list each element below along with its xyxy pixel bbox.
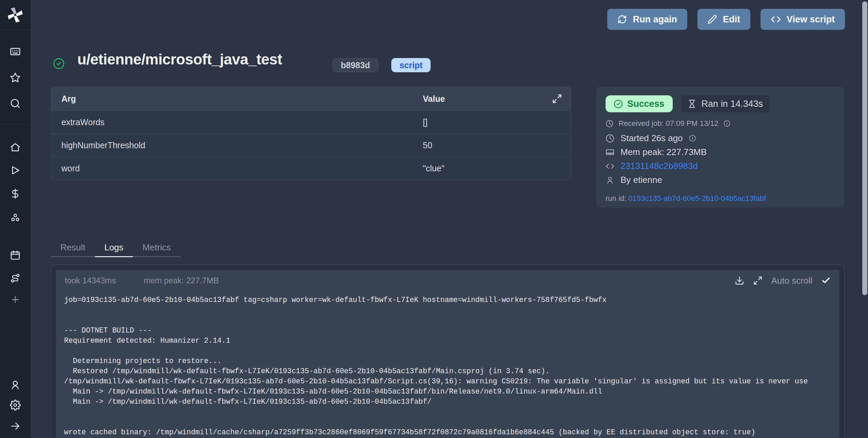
author-row: By etienne: [606, 175, 835, 185]
gear-icon[interactable]: [9, 399, 21, 411]
play-icon[interactable]: [9, 165, 21, 176]
auto-scroll-label: Auto scroll: [771, 275, 812, 286]
check-circle-icon: [614, 99, 623, 109]
arg-name: highNumberThreshold: [51, 140, 423, 150]
args-table-header: Arg Value: [51, 87, 571, 111]
sidebar: [0, 0, 31, 438]
user-icon[interactable]: [9, 379, 21, 391]
page-scrollbar-thumb[interactable]: [862, 1, 867, 295]
run-summary-panel: Success Ran in 14.343s Received job: 07:…: [596, 87, 844, 208]
log-took-stat: took 14343ms: [65, 276, 116, 285]
boxes-icon[interactable]: [9, 212, 21, 224]
arg-name: extraWords: [51, 117, 423, 127]
dollar-icon[interactable]: [9, 188, 21, 199]
refresh-icon: [617, 15, 627, 24]
table-row: extraWords []: [51, 111, 571, 134]
author-label: By etienne: [620, 175, 662, 185]
arg-column-header: Arg: [51, 94, 423, 104]
started-label: Started 26s ago: [620, 133, 683, 144]
tab-metrics[interactable]: Metrics: [133, 239, 180, 257]
info-icon[interactable]: [724, 120, 730, 127]
success-badge: Success: [606, 95, 673, 112]
user-icon: [606, 176, 614, 185]
log-mem-stat: mem peak: 227.7MB: [144, 276, 219, 285]
plus-icon[interactable]: [9, 294, 21, 305]
download-icon: [735, 276, 744, 285]
arg-value: []: [423, 117, 571, 127]
table-row: highNumberThreshold 50: [51, 134, 571, 157]
code-icon: [606, 162, 614, 171]
run-id-label: run id:: [606, 194, 628, 203]
hash-badge: b8983d: [332, 58, 378, 72]
arg-value: "clue": [423, 164, 571, 173]
log-header: took 14343ms mem peak: 227.7MB Auto scro…: [56, 270, 840, 289]
check-icon: [821, 276, 831, 285]
windmill-logo-icon: [7, 7, 23, 23]
info-icon[interactable]: [689, 135, 696, 142]
received-label: Received job: 07:09 PM 13/12: [618, 119, 718, 128]
run-id-link[interactable]: 0193c135-ab7d-60e5-2b10-04b5ac13fabf: [628, 194, 766, 203]
memory-icon: [606, 148, 614, 157]
arg-name: word: [51, 164, 423, 173]
log-panel: took 14343ms mem peak: 227.7MB Auto scro…: [51, 265, 845, 438]
args-table: Arg Value extraWords [] highNumberThresh…: [51, 87, 571, 180]
log-output[interactable]: job=0193c135-ab7d-60e5-2b10-04b5ac13fabf…: [56, 289, 840, 437]
windmill-logo[interactable]: [0, 0, 31, 30]
table-row: word "clue": [51, 157, 571, 180]
title-badges: b8983d script: [332, 58, 431, 72]
calendar-icon[interactable]: [9, 249, 21, 261]
star-icon[interactable]: [9, 72, 21, 83]
success-label: Success: [627, 99, 665, 109]
route-icon[interactable]: [9, 272, 21, 284]
run-id-row: run id: 0193c135-ab7d-60e5-2b10-04b5ac13…: [606, 194, 835, 203]
maximize-icon: [552, 94, 562, 104]
duration-chip: Ran in 14.343s: [681, 95, 770, 112]
started-row: Started 26s ago: [606, 133, 835, 144]
home-icon[interactable]: [9, 141, 21, 153]
keyboard-icon[interactable]: [9, 46, 21, 57]
search-icon[interactable]: [9, 98, 21, 109]
script-type-badge[interactable]: script: [391, 58, 431, 72]
header-actions: Run again Edit View script: [607, 9, 845, 30]
duration-label: Ran in 14.343s: [702, 99, 763, 109]
log-content-area[interactable]: took 14343ms mem peak: 227.7MB Auto scro…: [56, 270, 840, 438]
maximize-icon: [753, 276, 763, 285]
run-again-label: Run again: [633, 14, 677, 25]
mem-peak-row: Mem peak: 227.73MB: [606, 147, 835, 157]
script-hash-row: 23131148c2b8983d: [606, 161, 835, 171]
view-script-label: View script: [787, 14, 835, 25]
hourglass-icon: [688, 99, 696, 108]
success-status-icon: [53, 58, 65, 70]
page-title: u/etienne/microsoft_java_test: [77, 51, 282, 68]
mem-peak-label: Mem peak: 227.73MB: [620, 147, 707, 157]
auto-scroll-checkbox[interactable]: [821, 276, 831, 285]
run-again-button[interactable]: Run again: [607, 9, 687, 30]
edit-button[interactable]: Edit: [697, 9, 750, 30]
tab-logs[interactable]: Logs: [95, 239, 133, 257]
result-tabs: Result Logs Metrics: [51, 239, 845, 257]
expand-logs-button[interactable]: [753, 276, 763, 285]
sidebar-divider: [0, 125, 31, 125]
edit-label: Edit: [723, 14, 740, 25]
clock-icon: [606, 120, 613, 128]
view-script-button[interactable]: View script: [761, 9, 845, 30]
value-column-header: Value: [423, 94, 552, 104]
pencil-icon: [708, 15, 717, 24]
arg-value: 50: [423, 140, 571, 150]
download-logs-button[interactable]: [735, 276, 744, 285]
clock-icon: [606, 134, 614, 143]
code-icon: [771, 14, 781, 24]
received-row: Received job: 07:09 PM 13/12: [606, 118, 835, 129]
tab-result[interactable]: Result: [51, 239, 95, 257]
arrow-right-icon[interactable]: [9, 420, 21, 432]
expand-args-button[interactable]: [552, 94, 562, 104]
script-hash-link[interactable]: 23131148c2b8983d: [620, 161, 698, 171]
